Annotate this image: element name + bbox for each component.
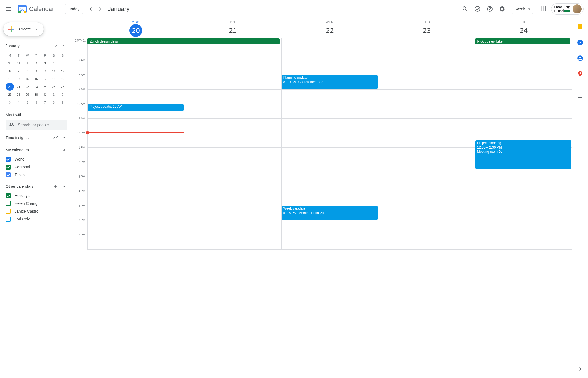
google-apps-button[interactable] [538,3,549,15]
mini-cal-day[interactable]: 25 [50,83,58,91]
keep-button[interactable] [575,21,586,32]
mini-cal-day[interactable]: 8 [23,67,32,75]
mini-cal-day[interactable]: 16 [32,75,40,83]
day-column[interactable] [184,46,281,250]
day-column[interactable]: Planning update8 – 9 AM, Conference room… [281,46,378,250]
day-header[interactable]: THU23 [378,18,475,38]
calendar-grid[interactable]: 7 AM8 AM9 AM10 AM11 AM12 PM1 PM2 PM3 PM4… [72,46,572,378]
main-menu-button[interactable] [2,2,16,16]
day-column[interactable] [378,46,475,250]
mini-cal-day[interactable]: 22 [23,83,32,91]
mini-cal-day[interactable]: 24 [41,83,49,91]
account-chip[interactable]: Dwelling Fund [551,3,584,15]
hide-panel-button[interactable] [575,363,586,375]
calendar-item[interactable]: Helen Chang [6,200,67,207]
day-column[interactable]: Project planning12:30 – 2:30 PMMeeting r… [475,46,572,250]
contacts-button[interactable] [575,53,586,64]
mini-cal-day[interactable]: 30 [6,59,14,67]
mini-cal-day[interactable]: 21 [14,83,23,91]
maps-button[interactable] [575,68,586,79]
mini-cal-prev[interactable]: ‹ [53,43,59,49]
day-header[interactable]: FRI24 [475,18,572,38]
calendar-checkbox[interactable] [6,209,11,214]
calendar-checkbox[interactable] [6,172,11,177]
calendar-checkbox[interactable] [6,165,11,170]
mini-cal-day[interactable]: 13 [6,75,14,83]
calendar-checkbox[interactable] [6,201,11,206]
mini-cal-day[interactable]: 1 [23,59,32,67]
mini-cal-day[interactable]: 17 [41,75,49,83]
calendar-item[interactable]: Janice Castro [6,208,67,215]
mini-cal-day[interactable]: 26 [58,83,67,91]
mini-cal-day[interactable]: 9 [32,67,40,75]
mini-cal-day[interactable]: 20 [6,83,14,91]
calendar-checkbox[interactable] [6,157,11,162]
mini-cal-day[interactable]: 30 [32,91,40,98]
my-calendars-toggle[interactable]: My calendars [6,145,67,154]
calendar-item[interactable]: Personal [6,163,67,171]
support-button[interactable] [484,3,495,15]
mini-cal-day[interactable]: 10 [41,67,49,75]
mini-cal-day[interactable]: 3 [41,59,49,67]
mini-cal-day[interactable]: 4 [50,59,58,67]
mini-cal-day[interactable]: 11 [50,67,58,75]
add-addon-button[interactable] [575,92,586,103]
plus-icon[interactable] [53,184,58,189]
mini-cal-day[interactable]: 2 [32,59,40,67]
calendar-item[interactable]: Holidays [6,192,67,199]
allday-cell[interactable] [378,38,475,46]
day-header[interactable]: WED22 [281,18,378,38]
calendar-event[interactable]: Weekly update5 – 6 PM, Meeting room 2c [282,206,378,220]
allday-cell[interactable] [281,38,378,46]
mini-cal-day[interactable]: 23 [32,83,40,91]
next-period-button[interactable] [95,4,104,13]
mini-cal-day[interactable]: 14 [14,75,23,83]
view-selector[interactable]: Week [512,4,533,14]
prev-period-button[interactable] [86,4,95,13]
mini-cal-day[interactable]: 5 [23,98,32,106]
day-header[interactable]: MON20 [87,18,184,38]
mini-cal-day[interactable]: 5 [58,59,67,67]
allday-event[interactable]: Pick up new bike [475,38,570,44]
calendar-checkbox[interactable] [6,193,11,198]
other-calendars-toggle[interactable]: Other calendars [6,182,67,191]
mini-cal-day[interactable]: 7 [14,67,23,75]
mini-cal-day[interactable]: 18 [50,75,58,83]
today-button[interactable]: Today [65,4,83,14]
mini-cal-day[interactable]: 7 [41,98,49,106]
mini-cal-next[interactable]: › [60,43,67,49]
mini-cal-day[interactable]: 8 [50,98,58,106]
calendar-item[interactable]: Tasks [6,171,67,179]
search-people-input[interactable]: Search for people [6,120,67,130]
mini-cal-day[interactable]: 31 [14,59,23,67]
mini-cal-day[interactable]: 15 [23,75,32,83]
allday-event[interactable]: Zürich design days [87,38,280,44]
tasks-button[interactable] [575,37,586,48]
mini-cal-day[interactable]: 2 [58,91,67,98]
tasks-check-button[interactable] [472,3,483,15]
calendar-event[interactable]: Project planning12:30 – 2:30 PMMeeting r… [475,140,571,169]
calendar-item[interactable]: Lori Cole [6,215,67,223]
day-column[interactable]: Project update, 10 AM [87,46,184,250]
mini-cal-day[interactable]: 29 [23,91,32,98]
calendar-event[interactable]: Project update, 10 AM [88,104,184,111]
day-header[interactable]: TUE21 [184,18,281,38]
mini-cal-day[interactable]: 31 [41,91,49,98]
mini-cal-day[interactable]: 19 [58,75,67,83]
mini-cal-day[interactable]: 27 [6,91,14,98]
mini-cal-day[interactable]: 4 [14,98,23,106]
calendar-event[interactable]: Planning update8 – 9 AM, Conference room [282,75,378,89]
create-button[interactable]: Create [3,22,44,36]
mini-cal-day[interactable]: 3 [6,98,14,106]
mini-cal-day[interactable]: 1 [50,91,58,98]
mini-cal-day[interactable]: 6 [6,67,14,75]
settings-button[interactable] [496,3,508,15]
calendar-item[interactable]: Work [6,156,67,163]
mini-cal-day[interactable]: 9 [58,98,67,106]
search-button[interactable] [460,3,471,15]
mini-cal-day[interactable]: 28 [14,91,23,98]
time-insights-toggle[interactable]: Time insights [6,133,67,142]
mini-cal-day[interactable]: 6 [32,98,40,106]
calendar-checkbox[interactable] [6,217,11,222]
mini-cal-day[interactable]: 12 [58,67,67,75]
